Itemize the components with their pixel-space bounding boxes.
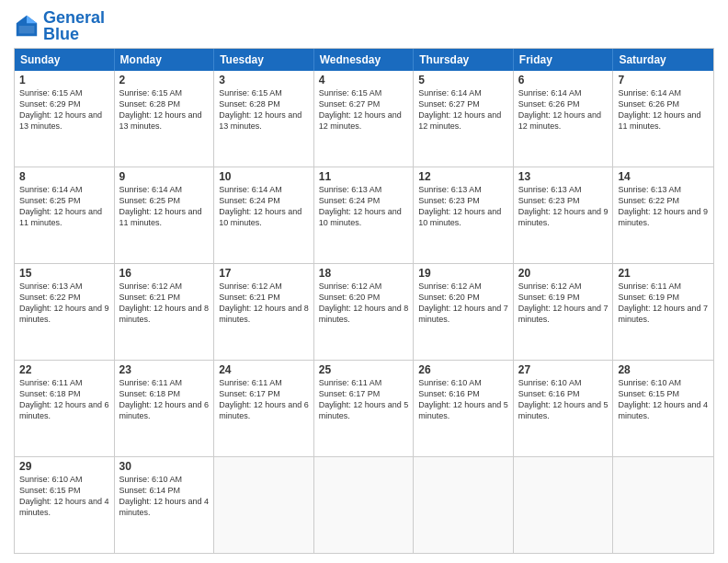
calendar-day-11: 11Sunrise: 6:13 AMSunset: 6:24 PMDayligh… bbox=[314, 167, 415, 263]
header-day-tuesday: Tuesday bbox=[214, 49, 314, 71]
cell-info: Sunrise: 6:15 AMSunset: 6:29 PMDaylight:… bbox=[19, 87, 109, 132]
day-number: 11 bbox=[319, 170, 409, 183]
day-number: 6 bbox=[518, 74, 609, 86]
calendar-day-28: 28Sunrise: 6:10 AMSunset: 6:15 PMDayligh… bbox=[613, 361, 713, 456]
cell-info: Sunrise: 6:11 AMSunset: 6:19 PMDaylight:… bbox=[618, 281, 709, 326]
day-number: 10 bbox=[219, 170, 309, 183]
calendar-day-10: 10Sunrise: 6:14 AMSunset: 6:24 PMDayligh… bbox=[214, 167, 314, 263]
day-number: 12 bbox=[418, 170, 508, 183]
calendar-empty-cell bbox=[414, 457, 514, 553]
cell-info: Sunrise: 6:14 AMSunset: 6:25 PMDaylight:… bbox=[19, 184, 109, 229]
day-number: 14 bbox=[618, 170, 709, 183]
calendar-day-17: 17Sunrise: 6:12 AMSunset: 6:21 PMDayligh… bbox=[214, 264, 314, 360]
cell-info: Sunrise: 6:14 AMSunset: 6:26 PMDaylight:… bbox=[618, 87, 709, 132]
calendar-day-2: 2Sunrise: 6:15 AMSunset: 6:28 PMDaylight… bbox=[115, 71, 215, 167]
calendar-row-1: 1Sunrise: 6:15 AMSunset: 6:29 PMDaylight… bbox=[15, 71, 713, 167]
cell-info: Sunrise: 6:10 AMSunset: 6:16 PMDaylight:… bbox=[518, 377, 609, 422]
cell-info: Sunrise: 6:10 AMSunset: 6:15 PMDaylight:… bbox=[19, 474, 109, 519]
cell-info: Sunrise: 6:12 AMSunset: 6:20 PMDaylight:… bbox=[319, 281, 409, 326]
calendar-row-2: 8Sunrise: 6:14 AMSunset: 6:25 PMDaylight… bbox=[15, 167, 713, 263]
calendar-day-9: 9Sunrise: 6:14 AMSunset: 6:25 PMDaylight… bbox=[115, 167, 215, 263]
svg-rect-2 bbox=[19, 26, 35, 33]
header-day-monday: Monday bbox=[115, 49, 215, 71]
calendar-day-27: 27Sunrise: 6:10 AMSunset: 6:16 PMDayligh… bbox=[514, 361, 614, 456]
calendar-day-26: 26Sunrise: 6:10 AMSunset: 6:16 PMDayligh… bbox=[414, 361, 514, 456]
header-day-wednesday: Wednesday bbox=[314, 49, 415, 71]
day-number: 29 bbox=[19, 460, 109, 473]
calendar-day-14: 14Sunrise: 6:13 AMSunset: 6:22 PMDayligh… bbox=[613, 167, 713, 263]
cell-info: Sunrise: 6:14 AMSunset: 6:26 PMDaylight:… bbox=[518, 87, 609, 132]
header-day-friday: Friday bbox=[514, 49, 614, 71]
calendar-day-8: 8Sunrise: 6:14 AMSunset: 6:25 PMDaylight… bbox=[15, 167, 115, 263]
day-number: 18 bbox=[319, 267, 409, 280]
day-number: 19 bbox=[418, 267, 508, 280]
calendar-day-23: 23Sunrise: 6:11 AMSunset: 6:18 PMDayligh… bbox=[115, 361, 215, 456]
cell-info: Sunrise: 6:13 AMSunset: 6:23 PMDaylight:… bbox=[518, 184, 609, 229]
calendar-day-18: 18Sunrise: 6:12 AMSunset: 6:20 PMDayligh… bbox=[314, 264, 415, 360]
day-number: 30 bbox=[119, 460, 210, 473]
calendar-day-4: 4Sunrise: 6:15 AMSunset: 6:27 PMDaylight… bbox=[314, 71, 415, 167]
day-number: 2 bbox=[119, 74, 210, 86]
logo-icon bbox=[14, 13, 40, 39]
logo-text: General Blue bbox=[43, 9, 105, 42]
cell-info: Sunrise: 6:10 AMSunset: 6:16 PMDaylight:… bbox=[418, 377, 508, 422]
day-number: 3 bbox=[219, 74, 309, 86]
calendar-day-15: 15Sunrise: 6:13 AMSunset: 6:22 PMDayligh… bbox=[15, 264, 115, 360]
cell-info: Sunrise: 6:14 AMSunset: 6:27 PMDaylight:… bbox=[418, 87, 508, 132]
day-number: 17 bbox=[219, 267, 309, 280]
cell-info: Sunrise: 6:11 AMSunset: 6:18 PMDaylight:… bbox=[19, 377, 109, 422]
day-number: 9 bbox=[119, 170, 210, 183]
calendar: SundayMondayTuesdayWednesdayThursdayFrid… bbox=[14, 48, 714, 554]
day-number: 15 bbox=[19, 267, 109, 280]
calendar-day-24: 24Sunrise: 6:11 AMSunset: 6:17 PMDayligh… bbox=[214, 361, 314, 456]
calendar-day-19: 19Sunrise: 6:12 AMSunset: 6:20 PMDayligh… bbox=[414, 264, 514, 360]
day-number: 13 bbox=[518, 170, 609, 183]
cell-info: Sunrise: 6:11 AMSunset: 6:18 PMDaylight:… bbox=[119, 377, 210, 422]
calendar-empty-cell bbox=[613, 457, 713, 553]
page: General Blue SundayMondayTuesdayWednesda… bbox=[0, 0, 728, 563]
cell-info: Sunrise: 6:12 AMSunset: 6:20 PMDaylight:… bbox=[418, 281, 508, 326]
day-number: 5 bbox=[418, 74, 508, 86]
day-number: 26 bbox=[418, 363, 508, 376]
calendar-day-3: 3Sunrise: 6:15 AMSunset: 6:28 PMDaylight… bbox=[214, 71, 314, 167]
cell-info: Sunrise: 6:15 AMSunset: 6:28 PMDaylight:… bbox=[219, 87, 309, 132]
header-day-thursday: Thursday bbox=[414, 49, 514, 71]
cell-info: Sunrise: 6:13 AMSunset: 6:22 PMDaylight:… bbox=[618, 184, 709, 229]
cell-info: Sunrise: 6:15 AMSunset: 6:27 PMDaylight:… bbox=[319, 87, 409, 132]
calendar-day-6: 6Sunrise: 6:14 AMSunset: 6:26 PMDaylight… bbox=[514, 71, 614, 167]
calendar-day-12: 12Sunrise: 6:13 AMSunset: 6:23 PMDayligh… bbox=[414, 167, 514, 263]
calendar-empty-cell bbox=[314, 457, 415, 553]
calendar-row-4: 22Sunrise: 6:11 AMSunset: 6:18 PMDayligh… bbox=[15, 360, 713, 456]
cell-info: Sunrise: 6:14 AMSunset: 6:25 PMDaylight:… bbox=[119, 184, 210, 229]
day-number: 24 bbox=[219, 363, 309, 376]
day-number: 28 bbox=[618, 363, 709, 376]
header-day-saturday: Saturday bbox=[613, 49, 713, 71]
day-number: 7 bbox=[618, 74, 709, 86]
cell-info: Sunrise: 6:15 AMSunset: 6:28 PMDaylight:… bbox=[119, 87, 210, 132]
calendar-day-1: 1Sunrise: 6:15 AMSunset: 6:29 PMDaylight… bbox=[15, 71, 115, 167]
cell-info: Sunrise: 6:14 AMSunset: 6:24 PMDaylight:… bbox=[219, 184, 309, 229]
calendar-day-5: 5Sunrise: 6:14 AMSunset: 6:27 PMDaylight… bbox=[414, 71, 514, 167]
calendar-empty-cell bbox=[514, 457, 614, 553]
logo: General Blue bbox=[14, 9, 105, 42]
svg-marker-1 bbox=[27, 16, 37, 23]
header: General Blue bbox=[14, 9, 714, 42]
calendar-header: SundayMondayTuesdayWednesdayThursdayFrid… bbox=[15, 49, 713, 71]
calendar-body: 1Sunrise: 6:15 AMSunset: 6:29 PMDaylight… bbox=[15, 71, 713, 553]
calendar-day-13: 13Sunrise: 6:13 AMSunset: 6:23 PMDayligh… bbox=[514, 167, 614, 263]
calendar-day-29: 29Sunrise: 6:10 AMSunset: 6:15 PMDayligh… bbox=[15, 457, 115, 553]
day-number: 20 bbox=[518, 267, 609, 280]
calendar-day-25: 25Sunrise: 6:11 AMSunset: 6:17 PMDayligh… bbox=[314, 361, 415, 456]
day-number: 1 bbox=[19, 74, 109, 86]
cell-info: Sunrise: 6:13 AMSunset: 6:24 PMDaylight:… bbox=[319, 184, 409, 229]
calendar-row-5: 29Sunrise: 6:10 AMSunset: 6:15 PMDayligh… bbox=[15, 456, 713, 553]
calendar-day-16: 16Sunrise: 6:12 AMSunset: 6:21 PMDayligh… bbox=[115, 264, 215, 360]
calendar-day-7: 7Sunrise: 6:14 AMSunset: 6:26 PMDaylight… bbox=[613, 71, 713, 167]
cell-info: Sunrise: 6:10 AMSunset: 6:14 PMDaylight:… bbox=[119, 474, 210, 519]
calendar-day-20: 20Sunrise: 6:12 AMSunset: 6:19 PMDayligh… bbox=[514, 264, 614, 360]
cell-info: Sunrise: 6:12 AMSunset: 6:21 PMDaylight:… bbox=[219, 281, 309, 326]
day-number: 27 bbox=[518, 363, 609, 376]
day-number: 25 bbox=[319, 363, 409, 376]
calendar-day-30: 30Sunrise: 6:10 AMSunset: 6:14 PMDayligh… bbox=[115, 457, 215, 553]
day-number: 4 bbox=[319, 74, 409, 86]
